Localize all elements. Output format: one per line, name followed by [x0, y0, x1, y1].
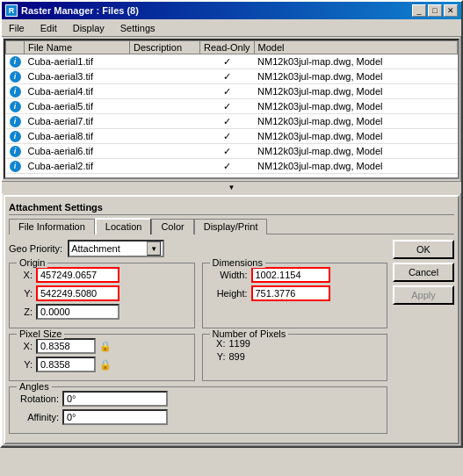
pixel-row: Pixel Size X: 🔒 Y: 🔒: [9, 334, 387, 386]
row-model: NM12k03jul-map.dwg, Model: [254, 129, 457, 144]
lock2-icon[interactable]: 🔒: [99, 359, 112, 371]
num-pixels-x-label: X:: [208, 338, 226, 349]
row-model: NM12k03jul-map.dwg, Model: [254, 54, 457, 69]
dimensions-group: Dimensions Width: Height:: [202, 263, 388, 328]
dimensions-width-row: Width:: [208, 267, 382, 283]
table-row[interactable]: i Cuba-aerial1.tif ✓ NM12k03jul-map.dwg,…: [6, 54, 458, 69]
menu-settings[interactable]: Settings: [117, 22, 159, 34]
col-header-readonly[interactable]: Read-Only: [200, 41, 255, 54]
files-table-container[interactable]: File Name Description Read-Only Model i …: [4, 39, 459, 179]
origin-label: Origin: [17, 257, 47, 268]
num-pixels-y-row: Y: 899: [208, 351, 382, 362]
row-icon: i: [6, 54, 25, 69]
row-model: NM12k03jul-map.dwg, Model: [254, 114, 457, 129]
num-pixels-x-row: X: 1199: [208, 338, 382, 349]
title-buttons: _ □ ✕: [412, 4, 458, 17]
geo-priority-dropdown-arrow[interactable]: ▼: [147, 242, 161, 256]
row-readonly: ✓: [200, 129, 255, 144]
tab-location[interactable]: Location: [95, 218, 152, 234]
pixel-size-x-input[interactable]: [36, 338, 96, 354]
geo-priority-row: Geo Priority: Attachment ▼: [9, 240, 387, 257]
table-row[interactable]: i Cuba-aerial4.tif ✓ NM12k03jul-map.dwg,…: [6, 84, 458, 99]
origin-x-input[interactable]: [36, 267, 119, 283]
row-icon: i: [6, 159, 25, 174]
row-description: [130, 84, 200, 99]
table-row[interactable]: i Cuba-aerial5.tif ✓ NM12k03jul-map.dwg,…: [6, 99, 458, 114]
num-pixels-y-label: Y:: [208, 351, 226, 362]
rotation-label: Rotation:: [15, 393, 59, 404]
col-header-description[interactable]: Description: [130, 41, 200, 54]
attachment-settings-title: Attachment Settings: [9, 200, 454, 215]
cancel-button[interactable]: Cancel: [393, 263, 454, 282]
origin-z-input[interactable]: [36, 304, 119, 320]
scroll-down-arrow[interactable]: ▼: [2, 181, 461, 193]
num-pixels-x-value: 1199: [229, 338, 250, 349]
row-readonly: ✓: [200, 54, 255, 69]
row-filename: Cuba-aerial2.tif: [25, 159, 130, 174]
menu-file[interactable]: File: [5, 22, 28, 34]
tab-content: Geo Priority: Attachment ▼ Origin X:: [9, 240, 454, 439]
pixel-size-y-input[interactable]: [36, 357, 96, 372]
row-readonly: ✓: [200, 84, 255, 99]
table-row[interactable]: i Cuba-aerial8.tif ✓ NM12k03jul-map.dwg,…: [6, 129, 458, 144]
table-row[interactable]: i Cuba-aerial2.tif ✓ NM12k03jul-map.dwg,…: [6, 159, 458, 174]
maximize-button[interactable]: □: [428, 4, 442, 17]
tab-color[interactable]: Color: [151, 219, 193, 234]
tab-file-information[interactable]: File Information: [9, 219, 95, 234]
dimensions-width-label: Width:: [208, 270, 248, 280]
affinity-label: Affinity:: [15, 412, 59, 422]
dimensions-width-input[interactable]: [251, 267, 330, 283]
pixel-size-y-row: Y: 🔒: [15, 357, 189, 372]
left-panel: Geo Priority: Attachment ▼ Origin X:: [9, 240, 387, 439]
num-pixels-group: Number of Pixels X: 1199 Y: 899: [202, 334, 388, 381]
row-icon: i: [6, 114, 25, 129]
angles-group: Angles Rotation: Affinity:: [9, 386, 387, 434]
dimensions-height-input[interactable]: [251, 285, 330, 301]
table-row[interactable]: i Cuba-aerial3.tif ✓ NM12k03jul-map.dwg,…: [6, 69, 458, 84]
files-table: File Name Description Read-Only Model i …: [5, 40, 458, 174]
row-model: NM12k03jul-map.dwg, Model: [254, 159, 457, 174]
menu-edit[interactable]: Edit: [37, 22, 61, 34]
title-bar-left: R Raster Manager : Files (8): [5, 4, 139, 17]
origin-group: Origin X: Y: Z:: [9, 263, 195, 328]
row-readonly: ✓: [200, 144, 255, 159]
origin-y-row: Y:: [15, 285, 189, 301]
lock-icon[interactable]: 🔒: [99, 341, 112, 352]
row-readonly: ✓: [200, 114, 255, 129]
tab-display-print[interactable]: Display/Print: [194, 219, 268, 234]
table-row[interactable]: i Cuba-aerial6.tif ✓ NM12k03jul-map.dwg,…: [6, 144, 458, 159]
row-description: [130, 159, 200, 174]
num-pixels-label: Number of Pixels: [210, 328, 289, 339]
rotation-input[interactable]: [62, 391, 168, 407]
ok-button[interactable]: OK: [393, 240, 454, 259]
title-bar: R Raster Manager : Files (8) _ □ ✕: [2, 2, 461, 19]
row-icon: i: [6, 84, 25, 99]
menu-display[interactable]: Display: [69, 22, 108, 34]
table-row[interactable]: i Cuba-aerial7.tif ✓ NM12k03jul-map.dwg,…: [6, 114, 458, 129]
origin-x-row: X:: [15, 267, 189, 283]
row-icon: i: [6, 69, 25, 84]
apply-button[interactable]: Apply: [393, 285, 454, 305]
minimize-button[interactable]: _: [412, 4, 426, 17]
origin-y-input[interactable]: [36, 285, 119, 301]
col-header-model[interactable]: Model: [254, 41, 457, 54]
geo-priority-label: Geo Priority:: [9, 243, 62, 254]
row-model: NM12k03jul-map.dwg, Model: [254, 144, 457, 159]
origin-y-label: Y:: [15, 288, 33, 299]
row-model: NM12k03jul-map.dwg, Model: [254, 69, 457, 84]
row-description: [130, 129, 200, 144]
row-filename: Cuba-aerial3.tif: [25, 69, 130, 84]
row-readonly: ✓: [200, 99, 255, 114]
row-filename: Cuba-aerial4.tif: [25, 84, 130, 99]
close-button[interactable]: ✕: [444, 4, 458, 17]
row-filename: Cuba-aerial5.tif: [25, 99, 130, 114]
col-header-filename[interactable]: File Name: [25, 41, 130, 54]
pixel-size-x-row: X: 🔒: [15, 338, 189, 354]
main-window: R Raster Manager : Files (8) _ □ ✕ File …: [0, 0, 463, 448]
row-description: [130, 54, 200, 69]
row-model: NM12k03jul-map.dwg, Model: [254, 99, 457, 114]
affinity-input[interactable]: [62, 409, 168, 425]
row-description: [130, 69, 200, 84]
pixel-size-x-label: X:: [15, 341, 33, 351]
dimensions-label: Dimensions: [210, 257, 265, 268]
